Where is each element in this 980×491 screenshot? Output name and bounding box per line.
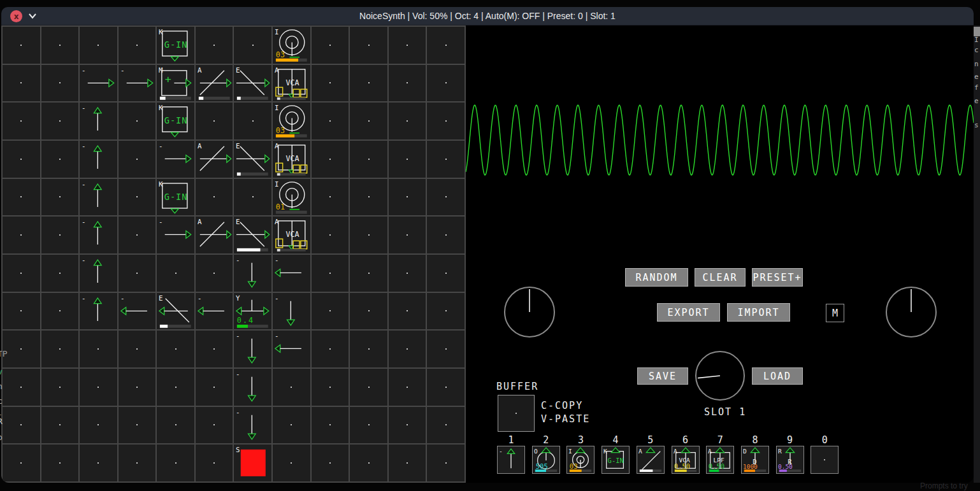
- grid-cell[interactable]: [119, 103, 156, 139]
- grid-cell[interactable]: [3, 179, 40, 216]
- grid-cell[interactable]: [427, 27, 465, 64]
- module-wire[interactable]: -: [80, 255, 117, 292]
- module-wire[interactable]: -: [119, 293, 156, 330]
- grid-cell[interactable]: [312, 217, 349, 253]
- module-wire[interactable]: -: [80, 179, 117, 216]
- module-wire[interactable]: -: [234, 255, 271, 292]
- grid-cell[interactable]: [389, 141, 426, 178]
- grid-cell[interactable]: [312, 179, 349, 216]
- random-button[interactable]: RANDOM: [625, 268, 688, 287]
- grid-cell[interactable]: [80, 331, 117, 367]
- export-button[interactable]: EXPORT: [657, 303, 720, 322]
- grid-cell[interactable]: [41, 217, 79, 253]
- load-button[interactable]: LOAD: [752, 367, 803, 385]
- grid-cell[interactable]: [427, 179, 465, 216]
- grid-cell[interactable]: [427, 293, 465, 330]
- module-speaker[interactable]: S: [234, 445, 271, 481]
- grid-cell[interactable]: [427, 445, 465, 481]
- module-gin[interactable]: KG-IN: [157, 179, 194, 216]
- clear-button[interactable]: CLEAR: [695, 268, 746, 287]
- module-wire[interactable]: -: [234, 369, 271, 406]
- module-yjunction[interactable]: Y0.4: [234, 293, 271, 330]
- grid-cell[interactable]: [41, 369, 79, 406]
- module-rampdown[interactable]: E: [234, 141, 271, 178]
- module-wire[interactable]: -: [273, 293, 310, 330]
- module-rampdown[interactable]: E: [234, 217, 271, 253]
- grid-cell[interactable]: [80, 27, 117, 64]
- grid-cell[interactable]: [350, 217, 387, 253]
- module-osci[interactable]: I03: [273, 27, 310, 64]
- knob-left[interactable]: [503, 286, 556, 338]
- palette-slot-6[interactable]: AVCA0.50: [672, 446, 700, 474]
- grid-cell[interactable]: [119, 407, 156, 444]
- module-wire[interactable]: -: [80, 65, 117, 102]
- grid-cell[interactable]: [389, 255, 426, 292]
- grid-cell[interactable]: [41, 255, 79, 292]
- grid-cell[interactable]: [3, 217, 40, 253]
- grid-cell[interactable]: [389, 369, 426, 406]
- grid-cell[interactable]: [3, 293, 40, 330]
- grid-cell[interactable]: [80, 369, 117, 406]
- grid-cell[interactable]: [312, 65, 349, 102]
- grid-cell[interactable]: [196, 407, 233, 444]
- grid-cell[interactable]: [389, 65, 426, 102]
- preset-plus-button[interactable]: PRESET+: [752, 268, 803, 287]
- palette-slot-1[interactable]: -: [497, 446, 525, 474]
- module-wire[interactable]: -: [80, 103, 117, 139]
- grid-cell[interactable]: [3, 65, 40, 102]
- grid-cell[interactable]: [273, 407, 310, 444]
- grid-cell[interactable]: [389, 179, 426, 216]
- grid-cell[interactable]: [312, 141, 349, 178]
- grid-cell[interactable]: [157, 369, 194, 406]
- grid-cell[interactable]: [312, 369, 349, 406]
- grid-cell[interactable]: [273, 369, 310, 406]
- grid-cell[interactable]: [41, 65, 79, 102]
- module-vca[interactable]: AVCA: [273, 65, 310, 102]
- grid-cell[interactable]: [3, 255, 40, 292]
- import-button[interactable]: IMPORT: [727, 303, 790, 322]
- palette-slot-8[interactable]: DD1000: [741, 446, 769, 474]
- grid-cell[interactable]: [350, 179, 387, 216]
- grid-cell[interactable]: [312, 27, 349, 64]
- grid-cell[interactable]: [3, 141, 40, 178]
- grid-cell[interactable]: [234, 27, 271, 64]
- save-button[interactable]: SAVE: [637, 367, 688, 385]
- grid-cell[interactable]: [196, 369, 233, 406]
- grid-cell[interactable]: [350, 103, 387, 139]
- grid-cell[interactable]: [80, 407, 117, 444]
- grid-cell[interactable]: [350, 141, 387, 178]
- module-wire[interactable]: -: [234, 407, 271, 444]
- grid-cell[interactable]: [350, 293, 387, 330]
- module-wire[interactable]: -: [273, 331, 310, 367]
- grid-cell[interactable]: [427, 65, 465, 102]
- grid-cell[interactable]: [41, 331, 79, 367]
- grid-cell[interactable]: [41, 27, 79, 64]
- grid-cell[interactable]: [427, 255, 465, 292]
- grid-cell[interactable]: [41, 179, 79, 216]
- grid-cell[interactable]: [80, 445, 117, 481]
- grid-cell[interactable]: [389, 293, 426, 330]
- grid-cell[interactable]: [389, 217, 426, 253]
- grid-cell[interactable]: [389, 407, 426, 444]
- grid-cell[interactable]: [41, 141, 79, 178]
- grid-cell[interactable]: [196, 27, 233, 64]
- grid-cell[interactable]: [350, 445, 387, 481]
- grid-cell[interactable]: [119, 217, 156, 253]
- module-wire[interactable]: -: [234, 331, 271, 367]
- grid-cell[interactable]: [119, 255, 156, 292]
- module-gin[interactable]: KG-IN: [157, 27, 194, 64]
- module-rampup[interactable]: A: [196, 217, 233, 253]
- grid-cell[interactable]: [119, 331, 156, 367]
- module-rampup[interactable]: A: [196, 141, 233, 178]
- grid-cell[interactable]: [350, 331, 387, 367]
- grid-cell[interactable]: [157, 255, 194, 292]
- grid-cell[interactable]: [119, 445, 156, 481]
- grid-cell[interactable]: [3, 369, 40, 406]
- grid-cell[interactable]: [427, 369, 465, 406]
- grid-cell[interactable]: [41, 103, 79, 139]
- grid-cell[interactable]: [3, 331, 40, 367]
- grid-cell[interactable]: [350, 65, 387, 102]
- grid-cell[interactable]: [196, 103, 233, 139]
- module-wire[interactable]: -: [80, 141, 117, 178]
- grid-cell[interactable]: [312, 407, 349, 444]
